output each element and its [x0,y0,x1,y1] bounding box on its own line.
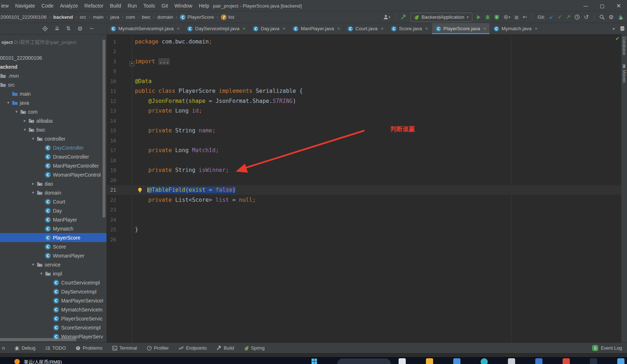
toolwindow-Build[interactable]: Build [217,345,234,351]
tree-item-MymatchServiceIn[interactable]: CMymatchServiceIn [0,305,106,314]
line-number[interactable]: 20 [107,177,132,183]
menu-Refactor[interactable]: Refactor [81,3,107,9]
taskbar-app-icon[interactable] [590,358,597,364]
menu-Git[interactable]: Git [158,3,171,9]
toolwindow-Debug[interactable]: Debug [14,345,35,351]
tree-vertical-scrollbar[interactable] [103,40,105,218]
toolwindow-Terminal[interactable]: Terminal [112,345,137,351]
database-icon[interactable] [620,26,625,31]
menu-Analyze[interactable]: Analyze [57,3,81,9]
breadcrumb-item-com[interactable]: com [126,14,135,20]
line-number[interactable]: 22 [107,197,132,203]
maximize-button[interactable]: □ [594,0,610,12]
taskbar-app-icon[interactable] [535,358,542,364]
line-number[interactable]: 10 [107,78,132,84]
ide-logo-icon[interactable] [618,14,623,20]
chevron-right-icon[interactable]: ▸ [21,118,28,123]
tree-item-.mvn[interactable]: .mvn [0,71,106,80]
toolwindow-n[interactable]: n [2,345,5,351]
line-number[interactable]: 15 [107,128,132,133]
tree-item-Court[interactable]: CCourt [0,197,106,206]
toolwindow-maven[interactable]: mMaven [622,64,627,83]
tab-close-icon[interactable]: × [337,26,340,31]
expand-collapse-icon[interactable]: ⇅ [66,26,71,31]
line-number[interactable]: 21 [107,187,132,193]
menu-Tools[interactable]: Tools [140,3,158,9]
coverage-icon[interactable] [494,14,499,20]
chevron-right-icon[interactable]: ▸ [29,181,37,186]
menu-Code[interactable]: Code [38,3,56,9]
chevron-down-icon[interactable]: ▾ [13,109,20,114]
tree-item-domain[interactable]: ▾domain [0,188,106,197]
line-number[interactable]: 16 [107,138,132,144]
tree-item-alibaba[interactable]: ▸alibaba [0,116,106,125]
chevron-down-icon[interactable]: ▾ [5,100,12,105]
tree-item-impl[interactable]: ▾impl [0,269,106,278]
chevron-down-icon[interactable]: ▾ [21,127,28,132]
line-number[interactable]: 19 [107,167,132,173]
menu-Build[interactable]: Build [106,3,124,9]
menu-Help[interactable]: Help [196,3,213,9]
tree-item-Mymatch[interactable]: CMymatch [0,224,106,233]
taskbar-app-icon[interactable] [399,358,406,364]
breadcrumb-item-src[interactable]: src [80,14,86,20]
editor-tab-DayServiceImpl.java[interactable]: C DayServiceImpl.java × [183,23,249,34]
tree-item-DayController[interactable]: CDayController [0,143,106,152]
tree-item-DrawsController[interactable]: CDrawsController [0,152,106,161]
line-number[interactable]: 3+ [107,59,132,64]
editor-tab-Court.java[interactable]: C Court.java × [344,23,387,34]
user-icon[interactable]: ▾ [383,14,390,20]
line-number[interactable]: 24 [107,217,132,223]
line-number[interactable]: 1 [107,39,132,45]
code-area[interactable]: 1package com.bwc.domain;23+import ...910… [107,35,621,245]
tab-close-icon[interactable]: × [535,26,538,31]
toolwindow-Endpoints[interactable]: Endpoints [178,345,207,351]
taskbar-app-icon[interactable] [481,358,488,364]
tree-item-bwc[interactable]: ▾bwc [0,125,106,134]
settings-icon[interactable]: ⚙ [77,26,82,32]
tree-item-CourtServiceImpl[interactable]: CCourtServiceImpl [0,278,106,287]
tab-close-icon[interactable]: × [177,26,180,31]
menu-iew[interactable]: iew [0,3,12,9]
taskbar-widget[interactable]: 美云/人民币(RMB) [14,358,62,364]
menu-Navigate[interactable]: Navigate [12,3,38,9]
line-number[interactable]: 14 [107,118,132,124]
hidden-tabs-chevron-icon[interactable]: ▾ [613,27,615,31]
line-number[interactable]: 26 [107,237,132,242]
git-rollback-icon[interactable]: ↺ [584,14,589,20]
editor-tab-ManPlayer.java[interactable]: C ManPlayer.java × [289,23,344,34]
breadcrumb-item-22000101_222000106[interactable]: 22000101_222000106 [0,14,46,20]
tree-item-WomanPlayerControl[interactable]: CWomanPlayerControl [0,170,106,179]
breadcrumb-item-main[interactable]: main [93,14,103,20]
close-button[interactable]: × [610,0,627,12]
taskbar-app-icon[interactable] [617,358,624,364]
tree-item-ManPlayerController[interactable]: CManPlayerController [0,161,106,170]
chevron-down-icon[interactable]: ▾ [38,271,45,276]
search-icon[interactable] [599,14,605,20]
git-push-icon[interactable]: ↗ [566,14,571,20]
chevron-down-icon[interactable]: ▾ [29,136,37,141]
chevron-down-icon[interactable]: ▾ [29,262,37,267]
toolwindow-Profiler[interactable]: Profiler [147,345,169,351]
minimize-button[interactable]: — [577,0,594,12]
line-number[interactable]: 13 [107,108,132,114]
tree-item-dao[interactable]: ▸dao [0,179,106,188]
tree-item-main[interactable]: main [0,89,106,98]
toolwindow-Problems[interactable]: Problems [76,345,103,351]
fold-marker-icon[interactable]: + [130,62,134,66]
tree-item-DayServiceImpl[interactable]: CDayServiceImpl [0,287,106,296]
debug-icon[interactable] [485,14,490,20]
collapse-all-icon[interactable]: ⇊ [55,26,59,31]
inspection-ok-icon[interactable]: ✔ [615,36,620,41]
tree-item-WomanPlayer[interactable]: CWomanPlayer [0,251,106,260]
tree-item-ScoreServiceImpl[interactable]: CScoreServiceImpl [0,323,106,332]
tab-close-icon[interactable]: × [381,26,384,31]
tree-item-service[interactable]: ▾service [0,260,106,269]
tree-item-ackend[interactable]: ackend [0,62,106,71]
line-number[interactable]: 25 [107,227,132,232]
chevron-down-icon[interactable]: ▾ [29,190,37,195]
breadcrumb-item-domain[interactable]: domain [157,14,173,20]
editor-tab-PlayerScore.java[interactable]: C PlayerScore.java × [432,23,490,34]
tree-horizontal-scrollbar[interactable] [0,338,76,341]
breadcrumb-item-list[interactable]: flist [221,14,235,20]
